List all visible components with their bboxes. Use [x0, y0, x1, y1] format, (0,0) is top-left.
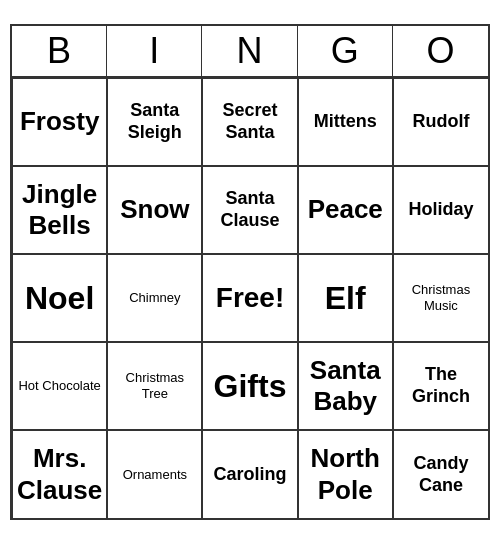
cell-text-9: Holiday	[408, 199, 473, 221]
cell-text-12: Free!	[216, 281, 284, 315]
cell-text-21: Ornaments	[123, 467, 187, 483]
bingo-grid: FrostySanta SleighSecret SantaMittensRud…	[12, 78, 488, 518]
bingo-cell-4: Rudolf	[393, 78, 488, 166]
bingo-cell-7: Santa Clause	[202, 166, 297, 254]
bingo-cell-13: Elf	[298, 254, 393, 342]
cell-text-18: Santa Baby	[303, 355, 388, 417]
bingo-cell-0: Frosty	[12, 78, 107, 166]
header-letter-g: G	[298, 26, 393, 76]
cell-text-19: The Grinch	[398, 364, 484, 407]
cell-text-8: Peace	[308, 194, 383, 225]
cell-text-4: Rudolf	[412, 111, 469, 133]
bingo-cell-9: Holiday	[393, 166, 488, 254]
cell-text-14: Christmas Music	[398, 282, 484, 313]
bingo-cell-1: Santa Sleigh	[107, 78, 202, 166]
cell-text-22: Caroling	[214, 464, 287, 486]
header-letter-n: N	[202, 26, 297, 76]
bingo-cell-19: The Grinch	[393, 342, 488, 430]
bingo-cell-11: Chimney	[107, 254, 202, 342]
bingo-cell-23: North Pole	[298, 430, 393, 518]
bingo-cell-15: Hot Chocolate	[12, 342, 107, 430]
cell-text-6: Snow	[120, 194, 189, 225]
cell-text-23: North Pole	[303, 443, 388, 505]
cell-text-10: Noel	[25, 279, 94, 317]
cell-text-17: Gifts	[214, 367, 287, 405]
bingo-header: BINGO	[12, 26, 488, 78]
cell-text-2: Secret Santa	[207, 100, 292, 143]
bingo-cell-20: Mrs. Clause	[12, 430, 107, 518]
bingo-cell-24: Candy Cane	[393, 430, 488, 518]
cell-text-0: Frosty	[20, 106, 99, 137]
bingo-cell-14: Christmas Music	[393, 254, 488, 342]
bingo-cell-12: Free!	[202, 254, 297, 342]
header-letter-o: O	[393, 26, 488, 76]
cell-text-7: Santa Clause	[207, 188, 292, 231]
header-letter-i: I	[107, 26, 202, 76]
cell-text-24: Candy Cane	[398, 453, 484, 496]
cell-text-16: Christmas Tree	[112, 370, 197, 401]
bingo-card: BINGO FrostySanta SleighSecret SantaMitt…	[10, 24, 490, 520]
bingo-cell-21: Ornaments	[107, 430, 202, 518]
cell-text-15: Hot Chocolate	[18, 378, 100, 394]
bingo-cell-5: Jingle Bells	[12, 166, 107, 254]
bingo-cell-10: Noel	[12, 254, 107, 342]
cell-text-11: Chimney	[129, 290, 180, 306]
bingo-cell-8: Peace	[298, 166, 393, 254]
bingo-cell-18: Santa Baby	[298, 342, 393, 430]
bingo-cell-22: Caroling	[202, 430, 297, 518]
header-letter-b: B	[12, 26, 107, 76]
cell-text-13: Elf	[325, 279, 366, 317]
bingo-cell-17: Gifts	[202, 342, 297, 430]
cell-text-20: Mrs. Clause	[17, 443, 102, 505]
cell-text-5: Jingle Bells	[17, 179, 102, 241]
bingo-cell-3: Mittens	[298, 78, 393, 166]
cell-text-1: Santa Sleigh	[112, 100, 197, 143]
bingo-cell-6: Snow	[107, 166, 202, 254]
cell-text-3: Mittens	[314, 111, 377, 133]
bingo-cell-16: Christmas Tree	[107, 342, 202, 430]
bingo-cell-2: Secret Santa	[202, 78, 297, 166]
